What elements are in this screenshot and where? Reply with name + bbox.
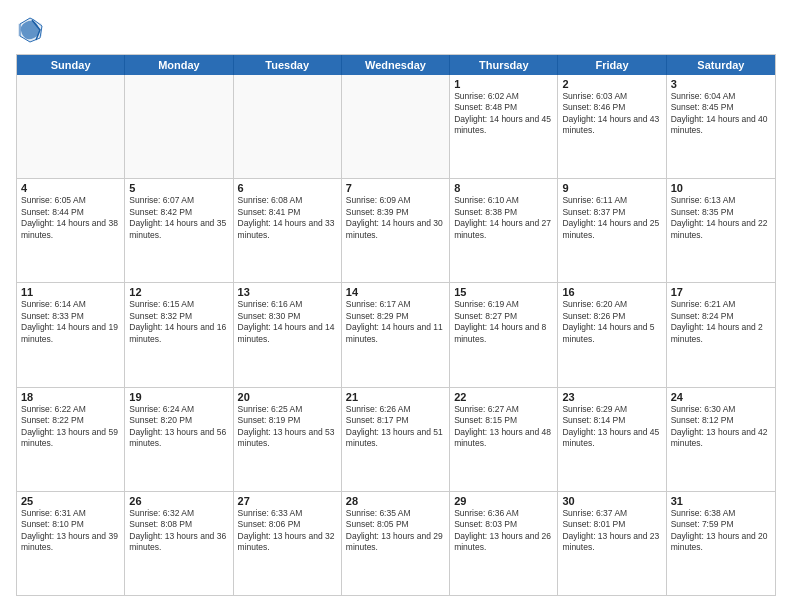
calendar-cell: 6Sunrise: 6:08 AM Sunset: 8:41 PM Daylig… [234,179,342,282]
header-cell-saturday: Saturday [667,55,775,75]
cell-text: Sunrise: 6:09 AM Sunset: 8:39 PM Dayligh… [346,195,445,241]
day-number: 1 [454,78,553,90]
day-number: 29 [454,495,553,507]
cell-text: Sunrise: 6:35 AM Sunset: 8:05 PM Dayligh… [346,508,445,554]
logo [16,16,48,44]
day-number: 22 [454,391,553,403]
calendar-cell: 11Sunrise: 6:14 AM Sunset: 8:33 PM Dayli… [17,283,125,386]
day-number: 16 [562,286,661,298]
calendar-cell: 31Sunrise: 6:38 AM Sunset: 7:59 PM Dayli… [667,492,775,595]
header-cell-monday: Monday [125,55,233,75]
day-number: 12 [129,286,228,298]
cell-text: Sunrise: 6:22 AM Sunset: 8:22 PM Dayligh… [21,404,120,450]
cell-text: Sunrise: 6:36 AM Sunset: 8:03 PM Dayligh… [454,508,553,554]
day-number: 27 [238,495,337,507]
calendar-row-4: 18Sunrise: 6:22 AM Sunset: 8:22 PM Dayli… [17,387,775,491]
calendar-cell: 18Sunrise: 6:22 AM Sunset: 8:22 PM Dayli… [17,388,125,491]
cell-text: Sunrise: 6:25 AM Sunset: 8:19 PM Dayligh… [238,404,337,450]
cell-text: Sunrise: 6:24 AM Sunset: 8:20 PM Dayligh… [129,404,228,450]
cell-text: Sunrise: 6:17 AM Sunset: 8:29 PM Dayligh… [346,299,445,345]
calendar-cell: 14Sunrise: 6:17 AM Sunset: 8:29 PM Dayli… [342,283,450,386]
cell-text: Sunrise: 6:02 AM Sunset: 8:48 PM Dayligh… [454,91,553,137]
calendar-cell: 8Sunrise: 6:10 AM Sunset: 8:38 PM Daylig… [450,179,558,282]
calendar-cell: 27Sunrise: 6:33 AM Sunset: 8:06 PM Dayli… [234,492,342,595]
cell-text: Sunrise: 6:26 AM Sunset: 8:17 PM Dayligh… [346,404,445,450]
day-number: 24 [671,391,771,403]
cell-text: Sunrise: 6:07 AM Sunset: 8:42 PM Dayligh… [129,195,228,241]
cell-text: Sunrise: 6:04 AM Sunset: 8:45 PM Dayligh… [671,91,771,137]
calendar-cell [342,75,450,178]
header-cell-tuesday: Tuesday [234,55,342,75]
calendar-cell: 5Sunrise: 6:07 AM Sunset: 8:42 PM Daylig… [125,179,233,282]
day-number: 25 [21,495,120,507]
day-number: 9 [562,182,661,194]
calendar-cell [234,75,342,178]
calendar-row-2: 4Sunrise: 6:05 AM Sunset: 8:44 PM Daylig… [17,178,775,282]
calendar-cell: 24Sunrise: 6:30 AM Sunset: 8:12 PM Dayli… [667,388,775,491]
day-number: 15 [454,286,553,298]
calendar-cell [125,75,233,178]
cell-text: Sunrise: 6:32 AM Sunset: 8:08 PM Dayligh… [129,508,228,554]
cell-text: Sunrise: 6:27 AM Sunset: 8:15 PM Dayligh… [454,404,553,450]
cell-text: Sunrise: 6:19 AM Sunset: 8:27 PM Dayligh… [454,299,553,345]
logo-icon [16,16,44,44]
calendar-cell: 9Sunrise: 6:11 AM Sunset: 8:37 PM Daylig… [558,179,666,282]
calendar-cell: 30Sunrise: 6:37 AM Sunset: 8:01 PM Dayli… [558,492,666,595]
day-number: 13 [238,286,337,298]
day-number: 17 [671,286,771,298]
cell-text: Sunrise: 6:10 AM Sunset: 8:38 PM Dayligh… [454,195,553,241]
calendar-header: SundayMondayTuesdayWednesdayThursdayFrid… [17,55,775,75]
calendar-body: 1Sunrise: 6:02 AM Sunset: 8:48 PM Daylig… [17,75,775,595]
day-number: 21 [346,391,445,403]
cell-text: Sunrise: 6:30 AM Sunset: 8:12 PM Dayligh… [671,404,771,450]
cell-text: Sunrise: 6:29 AM Sunset: 8:14 PM Dayligh… [562,404,661,450]
day-number: 10 [671,182,771,194]
day-number: 5 [129,182,228,194]
day-number: 19 [129,391,228,403]
cell-text: Sunrise: 6:37 AM Sunset: 8:01 PM Dayligh… [562,508,661,554]
day-number: 14 [346,286,445,298]
calendar-cell: 3Sunrise: 6:04 AM Sunset: 8:45 PM Daylig… [667,75,775,178]
calendar-cell: 16Sunrise: 6:20 AM Sunset: 8:26 PM Dayli… [558,283,666,386]
calendar-cell [17,75,125,178]
cell-text: Sunrise: 6:38 AM Sunset: 7:59 PM Dayligh… [671,508,771,554]
calendar-cell: 2Sunrise: 6:03 AM Sunset: 8:46 PM Daylig… [558,75,666,178]
calendar-cell: 28Sunrise: 6:35 AM Sunset: 8:05 PM Dayli… [342,492,450,595]
header [16,16,776,44]
calendar-cell: 1Sunrise: 6:02 AM Sunset: 8:48 PM Daylig… [450,75,558,178]
day-number: 20 [238,391,337,403]
page: SundayMondayTuesdayWednesdayThursdayFrid… [0,0,792,612]
cell-text: Sunrise: 6:33 AM Sunset: 8:06 PM Dayligh… [238,508,337,554]
day-number: 31 [671,495,771,507]
calendar-row-5: 25Sunrise: 6:31 AM Sunset: 8:10 PM Dayli… [17,491,775,595]
header-cell-friday: Friday [558,55,666,75]
calendar-cell: 29Sunrise: 6:36 AM Sunset: 8:03 PM Dayli… [450,492,558,595]
day-number: 6 [238,182,337,194]
day-number: 30 [562,495,661,507]
calendar-cell: 20Sunrise: 6:25 AM Sunset: 8:19 PM Dayli… [234,388,342,491]
day-number: 18 [21,391,120,403]
calendar-cell: 13Sunrise: 6:16 AM Sunset: 8:30 PM Dayli… [234,283,342,386]
cell-text: Sunrise: 6:31 AM Sunset: 8:10 PM Dayligh… [21,508,120,554]
cell-text: Sunrise: 6:05 AM Sunset: 8:44 PM Dayligh… [21,195,120,241]
day-number: 3 [671,78,771,90]
calendar-cell: 12Sunrise: 6:15 AM Sunset: 8:32 PM Dayli… [125,283,233,386]
calendar-cell: 25Sunrise: 6:31 AM Sunset: 8:10 PM Dayli… [17,492,125,595]
calendar-cell: 23Sunrise: 6:29 AM Sunset: 8:14 PM Dayli… [558,388,666,491]
day-number: 11 [21,286,120,298]
calendar-row-3: 11Sunrise: 6:14 AM Sunset: 8:33 PM Dayli… [17,282,775,386]
calendar-cell: 7Sunrise: 6:09 AM Sunset: 8:39 PM Daylig… [342,179,450,282]
calendar-cell: 21Sunrise: 6:26 AM Sunset: 8:17 PM Dayli… [342,388,450,491]
day-number: 23 [562,391,661,403]
cell-text: Sunrise: 6:21 AM Sunset: 8:24 PM Dayligh… [671,299,771,345]
calendar-cell: 15Sunrise: 6:19 AM Sunset: 8:27 PM Dayli… [450,283,558,386]
cell-text: Sunrise: 6:16 AM Sunset: 8:30 PM Dayligh… [238,299,337,345]
calendar-cell: 19Sunrise: 6:24 AM Sunset: 8:20 PM Dayli… [125,388,233,491]
cell-text: Sunrise: 6:11 AM Sunset: 8:37 PM Dayligh… [562,195,661,241]
calendar-cell: 4Sunrise: 6:05 AM Sunset: 8:44 PM Daylig… [17,179,125,282]
calendar-cell: 22Sunrise: 6:27 AM Sunset: 8:15 PM Dayli… [450,388,558,491]
cell-text: Sunrise: 6:20 AM Sunset: 8:26 PM Dayligh… [562,299,661,345]
header-cell-sunday: Sunday [17,55,125,75]
cell-text: Sunrise: 6:13 AM Sunset: 8:35 PM Dayligh… [671,195,771,241]
calendar-row-1: 1Sunrise: 6:02 AM Sunset: 8:48 PM Daylig… [17,75,775,178]
